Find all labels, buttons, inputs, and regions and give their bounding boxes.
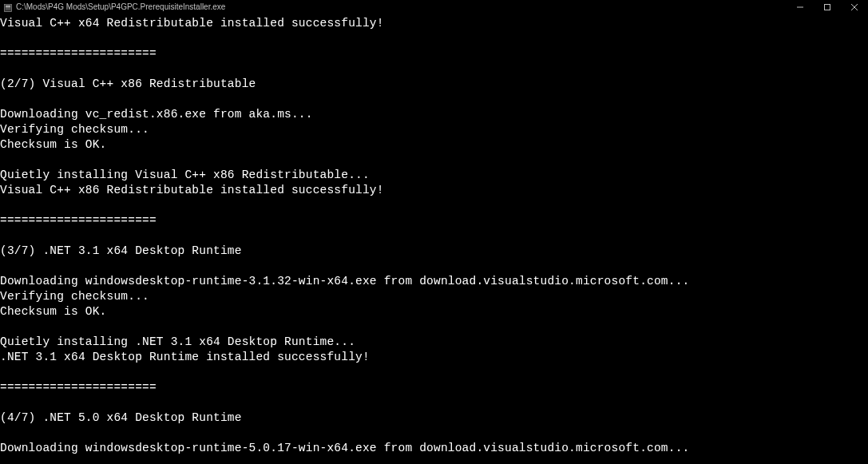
console-line [0, 228, 868, 244]
window-title: C:\Mods\P4G Mods\Setup\P4GPC.Prerequisit… [16, 2, 225, 11]
svg-rect-3 [6, 8, 10, 9]
console-line: (3/7) .NET 3.1 x64 Desktop Runtime [0, 244, 868, 259]
console-line: (2/7) Visual C++ x86 Redistributable [0, 77, 868, 92]
console-line: Verifying checksum... [0, 122, 868, 137]
console-line: Quietly installing .NET 3.1 x64 Desktop … [0, 335, 868, 350]
svg-rect-5 [825, 4, 830, 10]
console-line [0, 426, 868, 441]
console-line [0, 198, 868, 213]
console-line [0, 92, 868, 107]
console-line: Visual C++ x64 Redistributable installed… [0, 16, 868, 31]
console-line: (4/7) .NET 5.0 x64 Desktop Runtime [0, 410, 868, 426]
window-controls [787, 0, 868, 14]
console-line: Visual C++ x86 Redistributable installed… [0, 183, 868, 198]
console-line [0, 365, 868, 380]
svg-rect-2 [6, 7, 10, 8]
console-line: ====================== [0, 213, 868, 228]
window-titlebar: C:\Mods\P4G Mods\Setup\P4GPC.Prerequisit… [0, 0, 868, 14]
console-line [0, 61, 868, 77]
console-line [0, 319, 868, 335]
console-line: Quietly installing Visual C++ x86 Redist… [0, 168, 868, 183]
console-line: Downloading vc_redist.x86.exe from aka.m… [0, 107, 868, 122]
console-line: .NET 3.1 x64 Desktop Runtime installed s… [0, 350, 868, 365]
console-line [0, 259, 868, 274]
console-line [0, 31, 868, 46]
console-line: Verifying checksum... [0, 289, 868, 304]
console-line: Downloading windowsdesktop-runtime-3.1.3… [0, 274, 868, 289]
console-line [0, 395, 868, 410]
maximize-button[interactable] [814, 0, 841, 14]
console-line: Checksum is OK. [0, 304, 868, 319]
console-line [0, 153, 868, 168]
svg-rect-1 [6, 6, 10, 7]
console-output: Visual C++ x64 Redistributable installed… [0, 14, 868, 456]
console-line: ====================== [0, 380, 868, 395]
titlebar-left: C:\Mods\P4G Mods\Setup\P4GPC.Prerequisit… [0, 2, 225, 12]
console-line: ====================== [0, 46, 868, 61]
app-icon [3, 2, 13, 12]
console-line: Checksum is OK. [0, 137, 868, 153]
console-line: Downloading windowsdesktop-runtime-5.0.1… [0, 441, 868, 456]
close-button[interactable] [841, 0, 868, 14]
minimize-button[interactable] [787, 0, 814, 14]
